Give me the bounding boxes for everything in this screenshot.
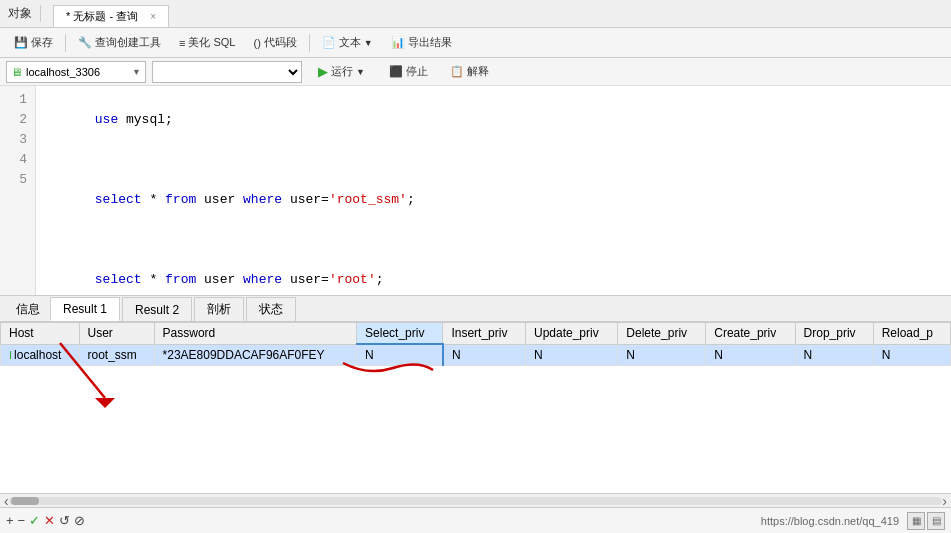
col-header-host[interactable]: Host <box>1 323 80 345</box>
result-tabs-bar: 信息 Result 1 Result 2 剖析 状态 <box>0 296 951 322</box>
line-num-4: 4 <box>8 150 27 170</box>
list-icon: ▤ <box>932 515 941 526</box>
remove-record-icon[interactable]: − <box>18 513 26 528</box>
grid-view-icons: ▦ ▤ <box>907 512 945 530</box>
connection-dropdown-arrow: ▼ <box>132 67 141 77</box>
line-num-1: 1 <box>8 90 27 110</box>
stop-icon: ⬛ <box>389 65 403 78</box>
save-icon: 💾 <box>14 36 28 49</box>
divider1 <box>65 34 66 52</box>
bottom-toolbar: + − ✓ ✕ ↺ ⊘ https://blog.csdn.net/qq_419… <box>0 507 951 533</box>
cell-drop-priv: N <box>795 344 873 366</box>
cell-user: root_ssm <box>79 344 154 366</box>
connection-select[interactable]: 🖥 localhost_3306 ▼ <box>6 61 146 83</box>
code-block-button[interactable]: () 代码段 <box>246 32 305 53</box>
col-header-reload-p[interactable]: Reload_p <box>873 323 950 345</box>
table-header-row: Host User Password Select_priv Insert_pr… <box>1 323 951 345</box>
line-num-5: 5 <box>8 170 27 190</box>
line-num-3: 3 <box>8 130 27 150</box>
bottom-right-info: https://blog.csdn.net/qq_419 ▦ ▤ <box>761 512 945 530</box>
col-header-insert-priv[interactable]: Insert_priv <box>443 323 526 345</box>
run-icon: ▶ <box>318 64 328 79</box>
tab-profiling[interactable]: 剖析 <box>194 297 244 321</box>
confirm-icon[interactable]: ✓ <box>29 513 40 528</box>
query-builder-button[interactable]: 🔧 查询创建工具 <box>70 32 169 53</box>
tab-result2[interactable]: Result 2 <box>122 297 192 321</box>
code-line-4 <box>48 230 939 250</box>
col-header-create-priv[interactable]: Create_priv <box>706 323 795 345</box>
code-content[interactable]: use mysql; select * from user where user… <box>36 86 951 295</box>
beautify-icon: ≡ <box>179 37 185 49</box>
scroll-thumb[interactable] <box>11 497 39 505</box>
result-table: Host User Password Select_priv Insert_pr… <box>0 322 951 366</box>
col-header-delete-priv[interactable]: Delete_priv <box>618 323 706 345</box>
stop-editing-icon[interactable]: ⊘ <box>74 513 85 528</box>
col-header-update-priv[interactable]: Update_priv <box>525 323 617 345</box>
tab-result1[interactable]: Result 1 <box>50 297 120 321</box>
run-dropdown-arrow[interactable]: ▼ <box>356 67 365 77</box>
cancel-icon[interactable]: ✕ <box>44 513 55 528</box>
database-select[interactable] <box>152 61 302 83</box>
cell-reload-p: N <box>873 344 950 366</box>
cell-delete-priv: N <box>618 344 706 366</box>
line-num-2: 2 <box>8 110 27 130</box>
line-numbers: 1 2 3 4 5 <box>0 86 36 295</box>
grid-icon: ▦ <box>912 515 921 526</box>
col-header-select-priv[interactable]: Select_priv <box>357 323 443 345</box>
text-button[interactable]: 📄 文本 ▼ <box>314 32 381 53</box>
cell-password: *23AE809DDACAF96AF0FEY <box>154 344 356 366</box>
cell-host: Ilocalhost <box>1 344 80 366</box>
row-indicator: I <box>9 349 14 361</box>
refresh-icon[interactable]: ↺ <box>59 513 70 528</box>
sql-editor[interactable]: 1 2 3 4 5 use mysql; select * from user … <box>0 86 951 296</box>
explain-icon: 📋 <box>450 65 464 78</box>
tab-close-icon[interactable]: × <box>150 11 156 22</box>
col-header-user[interactable]: User <box>79 323 154 345</box>
table-row[interactable]: Ilocalhost root_ssm *23AE809DDACAF96AF0F… <box>1 344 951 366</box>
horizontal-scrollbar[interactable]: ‹ › <box>0 493 951 507</box>
query-tab[interactable]: * 无标题 - 查询 × <box>53 5 169 27</box>
cell-insert-priv: N <box>443 344 526 366</box>
beautify-sql-button[interactable]: ≡ 美化 SQL <box>171 32 244 53</box>
code-line-5: select * from user where user='root'; <box>48 250 939 295</box>
col-header-password[interactable]: Password <box>154 323 356 345</box>
cell-update-priv: N <box>525 344 617 366</box>
scroll-right-arrow[interactable]: › <box>942 493 947 509</box>
csdn-url: https://blog.csdn.net/qq_419 <box>761 515 899 527</box>
scroll-left-arrow[interactable]: ‹ <box>4 493 9 509</box>
col-header-drop-priv[interactable]: Drop_priv <box>795 323 873 345</box>
grid-view-button[interactable]: ▦ <box>907 512 925 530</box>
code-icon: () <box>254 37 261 49</box>
main-toolbar: 💾 保存 🔧 查询创建工具 ≡ 美化 SQL () 代码段 📄 文本 ▼ 📊 导… <box>0 28 951 58</box>
code-line-1: use mysql; <box>48 90 939 150</box>
export-result-button[interactable]: 📊 导出结果 <box>383 32 460 53</box>
explain-button[interactable]: 📋 解释 <box>442 61 497 82</box>
save-button[interactable]: 💾 保存 <box>6 32 61 53</box>
result-section: Host User Password Select_priv Insert_pr… <box>0 322 951 493</box>
code-line-3: select * from user where user='root_ssm'… <box>48 170 939 230</box>
result-table-area[interactable]: Host User Password Select_priv Insert_pr… <box>0 322 951 493</box>
list-view-button[interactable]: ▤ <box>927 512 945 530</box>
tab-info[interactable]: 信息 <box>6 297 50 321</box>
object-label: 对象 <box>8 5 41 22</box>
cell-create-priv: N <box>706 344 795 366</box>
divider2 <box>309 34 310 52</box>
scroll-track[interactable] <box>9 497 943 505</box>
code-line-2 <box>48 150 939 170</box>
export-icon: 📊 <box>391 36 405 49</box>
tab-title: * 无标题 - 查询 <box>66 9 138 24</box>
connection-icon: 🖥 <box>11 66 22 78</box>
run-button[interactable]: ▶ 运行 ▼ <box>308 61 375 82</box>
query-builder-icon: 🔧 <box>78 36 92 49</box>
text-icon: 📄 <box>322 36 336 49</box>
title-bar: 对象 * 无标题 - 查询 × <box>0 0 951 28</box>
connection-bar: 🖥 localhost_3306 ▼ ▶ 运行 ▼ ⬛ 停止 📋 解释 <box>0 58 951 86</box>
add-record-icon[interactable]: + <box>6 513 14 528</box>
tab-status[interactable]: 状态 <box>246 297 296 321</box>
cell-select-priv: N <box>357 344 443 366</box>
stop-button[interactable]: ⬛ 停止 <box>381 61 436 82</box>
bottom-left-actions: + − ✓ ✕ ↺ ⊘ <box>6 513 85 528</box>
